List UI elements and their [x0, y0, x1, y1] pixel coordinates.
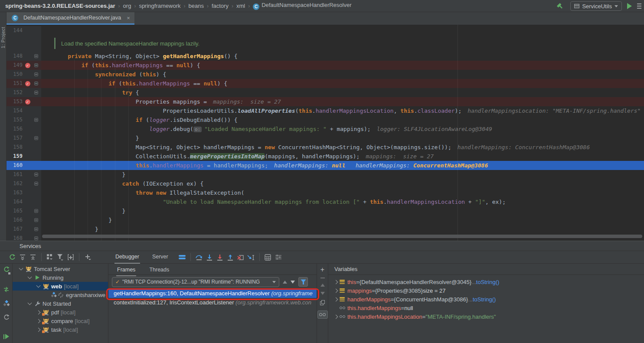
remove-watch-icon[interactable]: [320, 278, 325, 278]
code-line-156[interactable]: 156 logger.debug(o:"Loaded NamespaceHand…: [7, 124, 644, 134]
add-watch-icon[interactable]: +: [320, 267, 324, 272]
variable-row-this-handlerMappingsLocation[interactable]: this.handlerMappingsLocation = "META-INF…: [328, 312, 644, 321]
fold-marker-icon[interactable]: [34, 82, 38, 85]
tab-debugger[interactable]: Debugger: [114, 251, 140, 264]
frame-down-icon[interactable]: [291, 281, 295, 284]
fold-marker-icon[interactable]: [34, 91, 38, 95]
move-watch-up-icon[interactable]: [320, 284, 325, 287]
variable-row-this[interactable]: this = {DefaultNamespaceHandlerResolver@…: [328, 278, 644, 286]
code-line-159[interactable]: 159 CollectionUtils.mergePropertiesIntoM…: [7, 152, 644, 161]
variable-row-handlerMappings[interactable]: handlerMappings = {ConcurrentHashMap@308…: [328, 295, 644, 304]
code-line-152[interactable]: 152 try {: [7, 88, 644, 97]
code-line-150[interactable]: 150 synchronized (this) {: [7, 70, 644, 79]
services-panel-header[interactable]: Services: [0, 241, 644, 251]
expand-all-icon[interactable]: [17, 252, 28, 262]
chevron-down-icon[interactable]: [27, 275, 32, 279]
group-by-icon[interactable]: [45, 252, 55, 262]
layout-settings-icon[interactable]: [273, 252, 284, 262]
code-line-161[interactable]: 161 }: [7, 170, 644, 179]
breakpoint-icon[interactable]: ✓: [25, 63, 30, 68]
find-icon[interactable]: [65, 252, 76, 262]
stripe-project-button[interactable]: 1: Project: [0, 27, 6, 48]
editor-tab[interactable]: C DefaultNamespaceHandlerResolver.java ×: [7, 12, 134, 25]
rerun-icon[interactable]: [7, 252, 17, 262]
breadcrumb-item[interactable]: springframework: [139, 3, 180, 9]
fold-marker-icon[interactable]: [34, 136, 38, 140]
variable-row-this-handlerMappings[interactable]: this.handlerMappings = null: [328, 304, 644, 312]
fold-marker-icon[interactable]: [34, 182, 38, 186]
breadcrumb-item[interactable]: CDefaultNamespaceHandlerResolver: [253, 2, 351, 10]
step-over-icon[interactable]: [194, 252, 204, 262]
tree-item-pdf[interactable]: pdf[local]: [13, 308, 108, 317]
fold-marker-icon[interactable]: [34, 236, 38, 240]
tree-item-task[interactable]: task[local]: [13, 325, 108, 334]
step-out-icon[interactable]: [225, 252, 235, 262]
breadcrumb-item[interactable]: beans: [188, 3, 203, 9]
fold-marker-icon[interactable]: [34, 118, 38, 122]
chevron-down-icon[interactable]: [19, 266, 23, 271]
tree-item-web[interactable]: web[local]: [13, 282, 108, 291]
breadcrumb-item[interactable]: xml: [236, 3, 245, 9]
tab-threads[interactable]: Threads: [148, 264, 170, 276]
update-application-icon[interactable]: [3, 286, 10, 294]
step-into-icon[interactable]: [204, 252, 215, 262]
collapse-all-icon[interactable]: [28, 252, 38, 262]
chevron-right-icon[interactable]: [333, 288, 338, 293]
tab-server[interactable]: Server: [151, 251, 169, 264]
code-line-160[interactable]: 160 this.handlerMappings = handlerMappin…: [7, 161, 644, 170]
code-line-167[interactable]: 167 }: [7, 225, 644, 234]
fold-marker-icon[interactable]: [34, 227, 38, 231]
rerun-server-icon[interactable]: [3, 266, 10, 274]
code-line-144[interactable]: 144: [7, 26, 644, 35]
drop-frame-icon[interactable]: [235, 252, 246, 262]
code-line-162[interactable]: 162 catch (IOException ex) {: [7, 179, 644, 188]
tostring-link[interactable]: toString(): [476, 279, 499, 285]
breadcrumb-item[interactable]: factory: [212, 3, 229, 9]
force-step-into-icon[interactable]: [215, 252, 225, 262]
tostring-link[interactable]: toString(): [473, 296, 496, 303]
stack-frame-0[interactable]: getHandlerMappings:160, DefaultNamespace…: [108, 289, 317, 298]
tab-frames[interactable]: Frames: [116, 264, 136, 276]
frame-up-icon[interactable]: [283, 281, 287, 284]
breakpoint-icon[interactable]: ✓: [25, 99, 30, 105]
build-hammer-icon[interactable]: [555, 1, 565, 11]
fold-marker-icon[interactable]: [34, 218, 38, 222]
run-to-cursor-icon[interactable]: [246, 252, 256, 262]
duplicate-watch-icon[interactable]: [320, 300, 325, 305]
code-line-153[interactable]: 153✓ Properties mappings =mappings: size…: [7, 97, 644, 106]
chevron-right-icon[interactable]: [36, 310, 40, 314]
add-service-icon[interactable]: [82, 252, 93, 262]
code-line-158[interactable]: 158 Map<String, Object> handlerMappings …: [7, 143, 644, 152]
refresh-icon[interactable]: [3, 314, 10, 322]
breakpoint-icon[interactable]: ✓: [25, 81, 30, 86]
code-line-166[interactable]: 166 }: [7, 216, 644, 225]
code-line-149[interactable]: 149✓ if (this.handlerMappings == null) {: [7, 61, 644, 70]
fold-marker-icon[interactable]: [34, 209, 38, 213]
deployment-icon[interactable]: [3, 300, 10, 308]
resume-button[interactable]: [3, 334, 9, 339]
breadcrumb-item[interactable]: org: [123, 3, 131, 9]
horizontal-scrollbar[interactable]: [42, 235, 642, 238]
stack-frame-1[interactable]: contextInitialized:127, IrisContextLoade…: [108, 298, 317, 307]
move-watch-down-icon[interactable]: [320, 292, 325, 295]
chevron-right-icon[interactable]: [36, 327, 40, 332]
run-button[interactable]: [627, 3, 632, 9]
breadcrumb-item[interactable]: spring-beans-3.2.0.RELEASE-sources.jar: [5, 3, 115, 9]
filter-icon[interactable]: [55, 252, 65, 262]
fold-marker-icon[interactable]: [34, 54, 38, 58]
run-config-selector[interactable]: ServiceUtils: [570, 1, 622, 11]
fold-marker-icon[interactable]: [34, 72, 38, 76]
tree-item-egrantshanxiwe[interactable]: egrantshanxiwe: [13, 291, 108, 299]
code-editor[interactable]: 144Load the specified NamespaceHandler m…: [7, 25, 644, 241]
thread-selector[interactable]: ✓ "RMI TCP Connection(2)-12...up "RMI Ru…: [112, 277, 279, 287]
show-watches-icon[interactable]: [317, 310, 328, 319]
fold-marker-icon[interactable]: [34, 173, 38, 176]
variable-row-mappings[interactable]: mappings = {Properties@3085} size = 27: [328, 286, 644, 295]
fold-marker-icon[interactable]: [34, 63, 38, 67]
overflow-menu-icon[interactable]: [637, 3, 641, 9]
chevron-right-icon[interactable]: [333, 280, 338, 284]
code-line-157[interactable]: 157 }: [7, 134, 644, 143]
chevron-down-icon[interactable]: [27, 301, 32, 305]
tree-item-compare[interactable]: compare[local]: [13, 317, 108, 325]
code-line-163[interactable]: 163 throw new IllegalStateException(: [7, 188, 644, 197]
